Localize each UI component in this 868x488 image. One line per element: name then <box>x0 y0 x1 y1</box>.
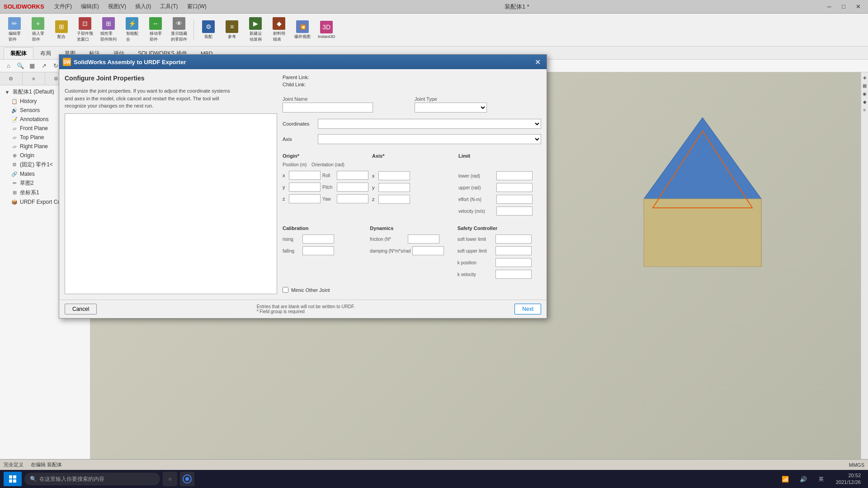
taskbar-icon-chrome[interactable] <box>180 472 194 486</box>
svg-rect-7 <box>13 479 16 483</box>
friction-row: friction (N* <box>370 235 453 244</box>
dialog-close-button[interactable]: ✕ <box>532 56 543 67</box>
svg-rect-5 <box>13 475 16 479</box>
upper-label: upper (rad) <box>458 185 495 190</box>
origin-axis-limit-grid: Origin* Position (m) Orientation (rad) x… <box>283 153 541 216</box>
yaw-label: Yaw <box>322 197 335 202</box>
y-label: y <box>283 184 287 190</box>
cal-dyn-safety-grid: Calibration rising falling Dynamics <box>283 225 541 280</box>
taskbar-search-icon: 🔍 <box>30 476 37 482</box>
axis-x-row: x <box>372 171 455 180</box>
joint-type-select[interactable]: fixed revolute prismatic continuous floa… <box>415 103 487 113</box>
friction-input[interactable] <box>408 235 439 244</box>
axis-select[interactable] <box>318 134 541 144</box>
next-button[interactable]: Next <box>514 304 541 314</box>
yaw-input[interactable] <box>337 194 368 203</box>
x-label: x <box>283 173 287 178</box>
falling-input[interactable] <box>302 246 334 255</box>
dialog-title-text: SolidWorks Assembly to URDF Exporter <box>74 59 529 66</box>
limit-lower-row: lower (rad) <box>458 171 541 180</box>
axis-section: Axis* x y z <box>372 153 455 216</box>
az-label: z <box>372 197 377 202</box>
limit-velocity-row: velocity (m/s) <box>458 206 541 216</box>
svg-rect-4 <box>9 475 12 479</box>
dialog-right-panel: Parent Link: Child Link: Joint Name Join… <box>283 75 541 294</box>
configure-joint-description: Customize the joint properties. If you w… <box>65 87 277 110</box>
footer-notes: Entries that are blank will not be writt… <box>257 304 355 314</box>
az-input[interactable] <box>378 195 410 204</box>
friction-label: friction (N* <box>370 237 406 242</box>
taskbar-search-box[interactable]: 🔍 在这里输入你要搜索的内容 <box>24 473 160 485</box>
pitch-input[interactable] <box>337 183 368 192</box>
coordinates-label: Coordinates <box>283 121 314 127</box>
limit-section: Limit lower (rad) upper (rad) effort (N-… <box>458 153 541 216</box>
svg-point-9 <box>185 477 189 481</box>
k-position-input[interactable] <box>495 258 532 267</box>
position-label: Position (m) <box>283 162 310 167</box>
calibration-title: Calibration <box>283 225 366 231</box>
orientation-label: Orientation (rad) <box>311 162 344 167</box>
axis-y-row: y <box>372 183 455 192</box>
soft-lower-input[interactable] <box>495 235 532 244</box>
dynamics-title: Dynamics <box>370 225 453 231</box>
dialog-title-icon: SW <box>63 58 71 66</box>
taskbar-date-text: 2021/12/26 <box>836 479 861 486</box>
x-position-input[interactable] <box>289 171 321 180</box>
rising-input[interactable] <box>302 235 334 244</box>
ay-label: y <box>372 185 377 190</box>
dynamics-section: Dynamics friction (N* damping (N*m*s/rad <box>370 225 453 280</box>
parent-link-label: Parent Link: <box>283 75 314 80</box>
joint-name-input[interactable] <box>283 103 373 113</box>
lower-input[interactable] <box>496 171 533 180</box>
start-button[interactable] <box>4 472 22 486</box>
mimic-label: Mimic Other Joint <box>291 287 330 293</box>
taskbar-network-icon[interactable]: 📶 <box>778 472 793 486</box>
taskbar-lang-icon[interactable]: 英 <box>814 472 829 486</box>
taskbar-icon-cortana[interactable]: ○ <box>163 472 177 486</box>
footer-note-1: Entries that are blank will not be writt… <box>257 304 355 309</box>
roll-label: Roll <box>322 173 335 178</box>
cancel-button[interactable]: Cancel <box>65 304 97 314</box>
soft-lower-row: soft lower limit <box>458 235 541 244</box>
mimic-checkbox[interactable] <box>283 287 288 293</box>
k-position-label: k position <box>458 260 494 265</box>
axis-row-main: Axis <box>283 134 541 144</box>
joint-preview-area <box>65 113 277 294</box>
falling-label: falling <box>283 249 301 253</box>
damping-input[interactable] <box>412 246 444 255</box>
parent-link-row: Parent Link: <box>283 75 541 80</box>
k-velocity-input[interactable] <box>495 270 532 279</box>
z-position-input[interactable] <box>289 194 321 203</box>
soft-lower-label: soft lower limit <box>458 237 494 242</box>
pitch-label: Pitch <box>322 185 335 190</box>
taskbar-search-text: 在这里输入你要搜索的内容 <box>39 475 104 483</box>
ay-input[interactable] <box>378 183 410 192</box>
roll-input[interactable] <box>337 171 368 180</box>
origin-x-row: x Roll <box>283 171 368 180</box>
origin-section: Origin* Position (m) Orientation (rad) x… <box>283 153 368 216</box>
safety-section: Safety Controller soft lower limit soft … <box>458 225 541 280</box>
upper-input[interactable] <box>496 183 533 192</box>
joint-name-label: Joint Name <box>283 96 409 102</box>
rising-label: rising <box>283 237 301 242</box>
k-velocity-row: k velocity <box>458 270 541 279</box>
dialog-title-bar: SW SolidWorks Assembly to URDF Exporter … <box>59 55 547 69</box>
effort-label: effort (N-m) <box>458 197 495 202</box>
soft-upper-input[interactable] <box>495 246 532 255</box>
limit-effort-row: effort (N-m) <box>458 195 541 204</box>
falling-row: falling <box>283 246 366 255</box>
soft-upper-label: soft upper limit <box>458 249 494 253</box>
velocity-input[interactable] <box>496 206 533 216</box>
effort-input[interactable] <box>496 195 533 204</box>
joint-name-type-row: Joint Name Joint Type fixed revolute pri… <box>283 96 541 113</box>
y-position-input[interactable] <box>289 183 321 192</box>
lower-label: lower (rad) <box>458 174 495 178</box>
dialog-footer: Cancel Entries that are blank will not b… <box>59 300 547 318</box>
ax-input[interactable] <box>378 171 410 180</box>
rising-row: rising <box>283 235 366 244</box>
coordinates-select[interactable] <box>318 119 541 129</box>
taskbar-time-text: 20:52 <box>836 472 861 479</box>
taskbar-volume-icon[interactable]: 🔊 <box>796 472 811 486</box>
mimic-row: Mimic Other Joint <box>283 287 541 293</box>
z-label: z <box>283 196 287 202</box>
